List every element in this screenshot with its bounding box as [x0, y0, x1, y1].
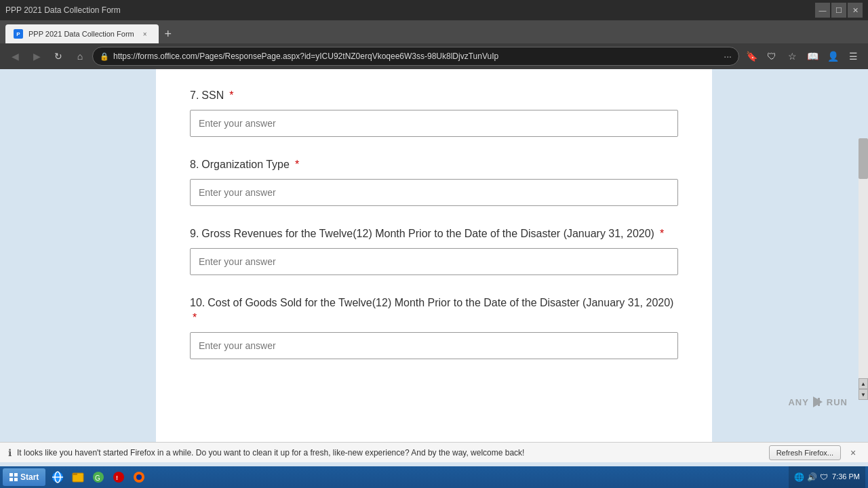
svg-text:G: G: [95, 474, 100, 482]
question-7-required: *: [229, 89, 233, 102]
title-bar: PPP 2021 Data Collection Form — ☐ ✕: [0, 0, 868, 20]
question-7-text: SSN: [201, 89, 224, 102]
reader-mode-icon[interactable]: 📖: [803, 47, 822, 66]
svg-point-13: [113, 472, 124, 483]
tray-icons: 🌐 🔊 🛡: [794, 472, 828, 482]
tab-bar: P PPP 2021 Data Collection Form × +: [0, 20, 868, 43]
minimize-button[interactable]: —: [815, 3, 830, 18]
system-tray: 🌐 🔊 🛡 7:36 PM: [789, 466, 865, 488]
start-icon: [9, 473, 18, 481]
app1-icon: G: [92, 470, 105, 484]
home-button[interactable]: ⌂: [71, 47, 90, 66]
close-button[interactable]: ✕: [848, 3, 863, 18]
notification-bar: ℹ It looks like you haven't started Fire…: [0, 442, 868, 462]
question-10: 10. Cost of Goods Sold for the Twelve(12…: [190, 297, 678, 359]
scrollbar-arrows: ▲ ▼: [859, 378, 868, 400]
window-controls: — ☐ ✕: [815, 3, 863, 18]
lock-icon: 🔒: [100, 52, 109, 61]
question-8-required: *: [295, 159, 299, 171]
forward-button[interactable]: ▶: [27, 47, 46, 66]
notification-close-button[interactable]: ×: [846, 446, 860, 460]
shield-icon[interactable]: 🛡: [762, 47, 781, 66]
taskbar-icon-antivirus[interactable]: !: [109, 468, 128, 486]
clock: 7:36 PM: [832, 472, 860, 482]
taskbar-icon-app1[interactable]: G: [89, 468, 108, 486]
question-9-input[interactable]: [190, 248, 678, 275]
title-bar-text: PPP 2021 Data Collection Form: [5, 5, 121, 15]
nav-icons: 🔖 🛡 ☆ 📖 👤 ☰: [742, 47, 863, 66]
profile-icon[interactable]: 👤: [823, 47, 842, 66]
form-container: 7. SSN * 8. Organization Type * 9.: [156, 69, 712, 442]
firefox-icon: [132, 470, 146, 484]
question-8-number: 8.: [190, 159, 199, 171]
watermark-text2: RUN: [827, 397, 848, 407]
back-button[interactable]: ◀: [5, 47, 24, 66]
question-7-number: 7.: [190, 89, 199, 102]
question-7-input[interactable]: [190, 110, 678, 137]
question-8-text: Organization Type: [201, 159, 290, 171]
start-label: Start: [20, 472, 39, 482]
clock-time: 7:36 PM: [832, 472, 860, 482]
taskbar-icon-firefox[interactable]: [130, 468, 149, 486]
maximize-button[interactable]: ☐: [831, 3, 846, 18]
svg-point-16: [136, 474, 142, 480]
scroll-down-arrow[interactable]: ▼: [859, 389, 868, 400]
url-text: https://forms.office.com/Pages/ResponseP…: [113, 52, 719, 61]
star-icon[interactable]: ☆: [783, 47, 802, 66]
tray-icon-network: 🌐: [794, 472, 804, 482]
scroll-up-arrow[interactable]: ▲: [859, 378, 868, 389]
start-button[interactable]: Start: [3, 468, 45, 486]
question-7: 7. SSN *: [190, 89, 678, 137]
question-9-label: 9. Gross Revenues for the Twelve(12) Mon…: [190, 228, 678, 240]
question-9-number: 9.: [190, 228, 199, 240]
question-7-label: 7. SSN *: [190, 89, 678, 102]
svg-rect-10: [73, 473, 77, 475]
svg-rect-2: [9, 473, 13, 476]
address-bar[interactable]: 🔒 https://forms.office.com/Pages/Respons…: [92, 47, 739, 66]
ie-icon: [51, 470, 64, 484]
tray-icon-sound: 🔊: [807, 472, 817, 482]
refresh-button[interactable]: ↻: [49, 47, 68, 66]
nav-bar: ◀ ▶ ↻ ⌂ 🔒 https://forms.office.com/Pages…: [0, 43, 868, 69]
question-8-input[interactable]: [190, 179, 678, 206]
question-10-required: *: [193, 312, 197, 324]
question-10-input[interactable]: [190, 332, 678, 359]
tab-favicon: P: [14, 29, 23, 39]
svg-rect-5: [14, 478, 18, 481]
question-8-label: 8. Organization Type *: [190, 159, 678, 171]
active-tab[interactable]: P PPP 2021 Data Collection Form ×: [5, 24, 159, 43]
tray-icon-shield: 🛡: [820, 472, 828, 482]
anyrun-watermark: ANY RUN: [788, 396, 848, 408]
question-9: 9. Gross Revenues for the Twelve(12) Mon…: [190, 228, 678, 275]
question-9-text: Gross Revenues for the Twelve(12) Month …: [201, 228, 654, 240]
question-10-text: Cost of Goods Sold for the Twelve(12) Mo…: [208, 297, 673, 309]
taskbar-icons: G !: [48, 468, 149, 486]
notification-icon: ℹ: [8, 447, 12, 458]
taskbar-icon-ie[interactable]: [48, 468, 67, 486]
question-10-label: 10. Cost of Goods Sold for the Twelve(12…: [190, 297, 678, 324]
bookmarks-icon[interactable]: 🔖: [742, 47, 761, 66]
refresh-firefox-button[interactable]: Refresh Firefox...: [769, 445, 841, 460]
svg-rect-4: [9, 478, 13, 481]
svg-rect-1: [818, 398, 820, 406]
explorer-icon: [71, 470, 85, 484]
notification-text: It looks like you haven't started Firefo…: [17, 448, 764, 458]
watermark-play-icon: [812, 396, 824, 408]
svg-rect-3: [14, 473, 18, 476]
taskbar: Start G: [0, 466, 868, 488]
scrollbar-thumb[interactable]: [859, 138, 868, 179]
question-8: 8. Organization Type *: [190, 159, 678, 206]
question-9-required: *: [660, 228, 664, 240]
more-options-icon: ···: [724, 51, 732, 62]
new-tab-button[interactable]: +: [159, 24, 178, 43]
scrollbar-track: ▲ ▼: [859, 138, 868, 400]
tab-close-button[interactable]: ×: [140, 28, 151, 39]
menu-button[interactable]: ☰: [844, 47, 863, 66]
question-10-number: 10.: [190, 297, 205, 309]
tab-title: PPP 2021 Data Collection Form: [28, 30, 134, 38]
taskbar-icon-explorer[interactable]: [68, 468, 87, 486]
svg-text:!: !: [116, 474, 118, 481]
antivirus-icon: !: [112, 470, 125, 484]
watermark-text: ANY: [788, 397, 808, 407]
